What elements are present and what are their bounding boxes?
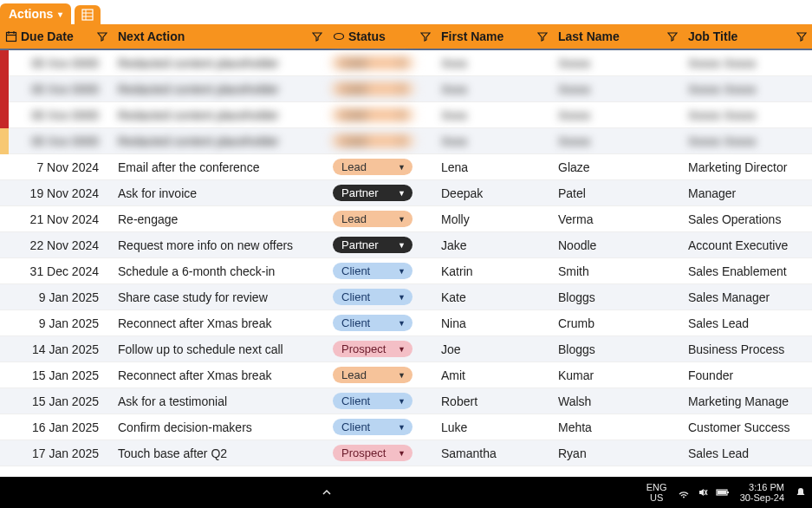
table-row[interactable]: 15 Jan 2025 Ask for a testimonial Client… <box>0 388 812 414</box>
cell-due-date: 00 Xxx 0000 <box>0 82 113 96</box>
cell-job-title: Customer Success <box>683 420 812 434</box>
filter-icon[interactable] <box>97 31 107 42</box>
status-pill[interactable]: Client▼ <box>333 263 412 279</box>
cell-first-name: Robert <box>436 394 553 408</box>
status-pill[interactable]: Lead▼ <box>333 55 412 71</box>
cell-last-name: Smith <box>553 264 683 278</box>
grid-view-button[interactable] <box>75 5 101 24</box>
status-pill[interactable]: Lead▼ <box>333 367 412 383</box>
tag-icon <box>333 30 345 42</box>
header-status[interactable]: Status <box>328 24 436 49</box>
table-row[interactable]: 14 Jan 2025 Follow up to schedule next c… <box>0 336 812 362</box>
header-label: Job Title <box>688 29 793 43</box>
svg-rect-4 <box>7 33 16 42</box>
cell-job-title: Xxxxx Xxxxx <box>683 134 812 148</box>
status-pill[interactable]: Lead▼ <box>333 159 412 175</box>
cell-first-name: Joe <box>436 342 553 356</box>
cell-job-title: Founder <box>683 368 812 382</box>
header-first-name[interactable]: First Name <box>436 24 553 49</box>
table-row[interactable]: 7 Nov 2024 Email after the conference Le… <box>0 154 812 180</box>
caret-down-icon: ▼ <box>398 293 406 302</box>
status-pill[interactable]: Lead▼ <box>333 133 412 149</box>
filter-icon[interactable] <box>667 31 678 42</box>
tab-actions[interactable]: Actions ▾ <box>0 3 71 24</box>
table-row[interactable]: 16 Jan 2025 Confirm decision-makers Clie… <box>0 414 812 440</box>
table-row[interactable]: 17 Jan 2025 Touch base after Q2 Prospect… <box>0 440 812 466</box>
filter-icon[interactable] <box>537 31 548 42</box>
status-pill[interactable]: Prospect▼ <box>333 445 412 461</box>
status-pill[interactable]: Partner▼ <box>333 185 412 201</box>
header-due-date[interactable]: Due Date <box>0 24 113 49</box>
status-pill[interactable]: Client▼ <box>333 393 412 409</box>
status-label: Client <box>341 316 370 329</box>
cell-due-date: 7 Nov 2024 <box>0 160 113 174</box>
language-indicator[interactable]: ENG US <box>646 482 667 503</box>
taskbar-overflow[interactable] <box>317 483 336 502</box>
cell-first-name: Xxxx <box>436 108 553 122</box>
cell-due-date: 9 Jan 2025 <box>0 290 113 304</box>
notifications-icon[interactable] <box>795 486 807 498</box>
status-label: Client <box>341 264 370 277</box>
volume-icon[interactable] <box>697 486 709 498</box>
caret-down-icon: ▼ <box>398 371 406 380</box>
status-pill[interactable]: Client▼ <box>333 419 412 435</box>
table-row[interactable]: 21 Nov 2024 Re-engage Lead▼ Molly Verma … <box>0 206 812 232</box>
status-pill[interactable]: Lead▼ <box>333 211 412 227</box>
cell-status: Lead▼ <box>328 211 436 227</box>
cell-last-name: Xxxxx <box>553 82 683 96</box>
cell-due-date: 22 Nov 2024 <box>0 238 113 252</box>
tab-actions-label: Actions <box>9 7 53 21</box>
cell-first-name: Jake <box>436 238 553 252</box>
cell-due-date: 15 Jan 2025 <box>0 394 113 408</box>
table-row-redacted: 00 Xxx 0000 Redacted content placeholder… <box>0 128 812 154</box>
header-job-title[interactable]: Job Title <box>683 24 812 49</box>
cell-status: Prospect▼ <box>328 445 436 461</box>
table-row[interactable]: 9 Jan 2025 Share case study for review C… <box>0 284 812 310</box>
table-row[interactable]: 19 Nov 2024 Ask for invoice Partner▼ Dee… <box>0 180 812 206</box>
header-last-name[interactable]: Last Name <box>553 24 683 49</box>
filter-icon[interactable] <box>420 31 431 42</box>
status-pill[interactable]: Prospect▼ <box>333 341 412 357</box>
cell-status: Client▼ <box>328 315 436 331</box>
lang-secondary: US <box>646 492 667 503</box>
cell-first-name: Kate <box>436 290 553 304</box>
cell-next-action: Reconnect after Xmas break <box>113 316 328 330</box>
battery-icon[interactable] <box>716 486 730 498</box>
status-label: Lead <box>341 160 367 173</box>
cell-job-title: Marketing Manage <box>683 394 812 408</box>
status-label: Lead <box>341 56 367 69</box>
status-label: Prospect <box>341 342 386 355</box>
chevron-up-icon <box>322 487 332 498</box>
cell-status: Client▼ <box>328 419 436 435</box>
table-row[interactable]: 31 Dec 2024 Schedule a 6-month check-in … <box>0 258 812 284</box>
filter-icon[interactable] <box>796 31 807 42</box>
chevron-down-icon: ▾ <box>58 10 62 19</box>
cell-last-name: Mehta <box>553 420 683 434</box>
cell-status: Client▼ <box>328 289 436 305</box>
status-pill[interactable]: Client▼ <box>333 315 412 331</box>
cell-next-action: Ask for invoice <box>113 186 328 200</box>
caret-down-icon: ▼ <box>398 111 406 120</box>
cell-status: Lead▼ <box>328 367 436 383</box>
caret-down-icon: ▼ <box>398 85 406 94</box>
cell-first-name: Lena <box>436 160 553 174</box>
status-label: Partner <box>341 238 379 251</box>
filter-icon[interactable] <box>312 31 322 42</box>
network-icon[interactable] <box>678 486 690 498</box>
svg-rect-14 <box>718 491 726 494</box>
table-row[interactable]: 15 Jan 2025 Reconnect after Xmas break L… <box>0 362 812 388</box>
table-row-redacted: 00 Xxx 0000 Redacted content placeholder… <box>0 50 812 76</box>
header-next-action[interactable]: Next Action <box>113 24 328 49</box>
cell-next-action: Reconnect after Xmas break <box>113 368 328 382</box>
header-label: First Name <box>441 29 534 43</box>
table-row[interactable]: 9 Jan 2025 Reconnect after Xmas break Cl… <box>0 310 812 336</box>
table-row[interactable]: 22 Nov 2024 Request more info on new off… <box>0 232 812 258</box>
status-pill[interactable]: Lead▼ <box>333 81 412 97</box>
cell-next-action: Request more info on new offers <box>113 238 328 252</box>
status-pill[interactable]: Partner▼ <box>333 237 412 253</box>
svg-rect-0 <box>82 10 93 20</box>
clock[interactable]: 3:16 PM 30-Sep-24 <box>740 482 784 503</box>
status-pill[interactable]: Lead▼ <box>333 107 412 123</box>
status-pill[interactable]: Client▼ <box>333 289 412 305</box>
cell-last-name: Bloggs <box>553 290 683 304</box>
